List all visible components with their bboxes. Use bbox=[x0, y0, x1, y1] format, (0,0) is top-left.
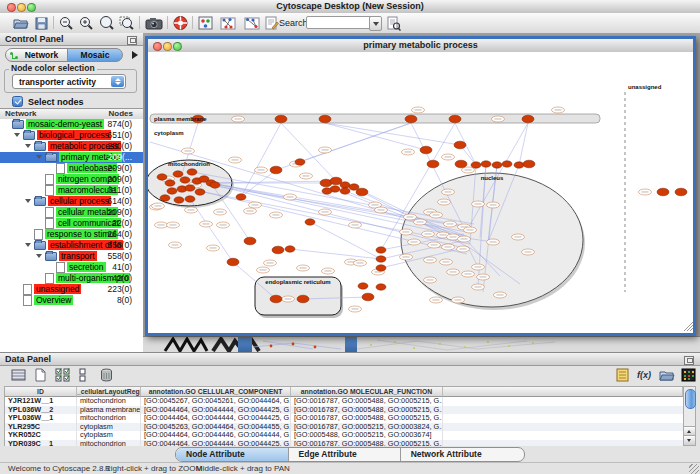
network-node[interactable] bbox=[272, 246, 284, 254]
network-window-titlebar[interactable]: primary metabolic process bbox=[148, 39, 693, 53]
tree-row[interactable]: cell communicat22(0) bbox=[0, 218, 143, 229]
network-node[interactable] bbox=[492, 162, 502, 168]
tree-row[interactable]: metabolic process280(0) bbox=[0, 141, 143, 152]
table-cell[interactable]: YPL036W__1 bbox=[5, 414, 77, 423]
snapshot-camera-icon[interactable] bbox=[144, 15, 164, 31]
network-node[interactable] bbox=[481, 161, 491, 167]
tab-node-attribute-browser[interactable]: Node Attribute Browser bbox=[176, 448, 289, 461]
network-node[interactable] bbox=[502, 161, 512, 167]
network-node[interactable] bbox=[376, 265, 386, 271]
network-node[interactable] bbox=[523, 160, 535, 168]
network-node[interactable] bbox=[449, 115, 461, 123]
scrollbar-thumb[interactable] bbox=[685, 389, 696, 409]
search-config-icon[interactable] bbox=[385, 15, 402, 31]
table-cell[interactable]: cytoplasm bbox=[77, 431, 141, 440]
network-node[interactable] bbox=[157, 174, 167, 180]
table-cell[interactable]: [GO:0044464, GO:0044444, GO:0044425, G..… bbox=[141, 414, 291, 423]
new-attribute-icon[interactable] bbox=[32, 367, 49, 383]
tab-overflow-arrow-icon[interactable] bbox=[132, 51, 138, 59]
network-node[interactable] bbox=[165, 180, 175, 186]
network-node[interactable] bbox=[160, 195, 170, 201]
network-node[interactable] bbox=[376, 256, 386, 262]
network-node[interactable] bbox=[270, 166, 282, 174]
float-data-panel-icon[interactable] bbox=[684, 356, 694, 365]
tree-column-nodes[interactable]: Nodes bbox=[109, 109, 133, 119]
tree-row[interactable]: primary metabo209(... bbox=[0, 152, 143, 163]
network-node[interactable] bbox=[356, 188, 368, 196]
annotation-icon[interactable] bbox=[263, 15, 280, 31]
table-cell[interactable]: plasma membrane bbox=[77, 406, 141, 415]
table-cell[interactable]: YLR295C bbox=[5, 423, 77, 432]
zoom-fit-selected-icon[interactable] bbox=[118, 15, 135, 31]
network-node[interactable] bbox=[297, 295, 309, 303]
zoom-in-icon[interactable] bbox=[78, 15, 95, 31]
network-node[interactable] bbox=[270, 295, 282, 303]
network-node[interactable] bbox=[362, 293, 374, 301]
function-builder-icon[interactable]: f(x) bbox=[637, 367, 654, 383]
table-cell[interactable]: [GO:0005488, GO:0005215, GO:0003674] bbox=[291, 431, 443, 440]
table-cell[interactable]: YPL036W__2 bbox=[5, 406, 77, 415]
table-cell[interactable]: [GO:0016787, GO:0005488, GO:0005215, G..… bbox=[291, 414, 443, 423]
table-cell[interactable]: [GO:0016787, GO:0005488, GO:0005215, G..… bbox=[291, 406, 443, 415]
tree-row[interactable]: nucleobase-209(0) bbox=[0, 163, 143, 174]
network-node[interactable] bbox=[305, 219, 315, 225]
network-node[interactable] bbox=[675, 188, 687, 196]
tab-mosaic[interactable]: Mosaic bbox=[67, 48, 123, 62]
table-cell[interactable]: YJR121W__1 bbox=[5, 397, 77, 406]
tree-row[interactable]: Overview8(0) bbox=[0, 295, 143, 306]
network-node[interactable] bbox=[167, 188, 177, 194]
network-node[interactable] bbox=[376, 247, 386, 253]
background-windows[interactable] bbox=[143, 336, 700, 352]
table-column-header[interactable]: _cellularLayoutRegion bbox=[77, 387, 141, 397]
table-column-header[interactable]: annotation.GO MOLECULAR_FUNCTION bbox=[291, 387, 443, 397]
network-node[interactable] bbox=[275, 115, 287, 123]
network-node[interactable] bbox=[376, 284, 386, 290]
network-node[interactable] bbox=[322, 188, 332, 194]
network-node[interactable] bbox=[195, 189, 205, 195]
table-cell[interactable]: [GO:0044464, GO:0044444, GO:0044425, G..… bbox=[141, 406, 291, 415]
network-node[interactable] bbox=[514, 162, 524, 168]
select-all-attributes-icon[interactable] bbox=[54, 367, 71, 383]
table-cell[interactable]: cytoplasm bbox=[77, 423, 141, 432]
network-node[interactable] bbox=[340, 188, 350, 194]
network-canvas[interactable]: plasma membranecytoplasmmitochondrionnuc… bbox=[148, 52, 693, 333]
table-column-header[interactable]: annotation.GO CELLULAR_COMPONENT bbox=[141, 387, 291, 397]
network-node[interactable] bbox=[174, 197, 184, 203]
network-node[interactable] bbox=[471, 162, 481, 168]
select-attributes-icon[interactable] bbox=[10, 367, 27, 383]
table-cell[interactable]: mitochondrion bbox=[77, 397, 141, 406]
search-input[interactable] bbox=[306, 16, 372, 29]
table-cell[interactable]: [GO:0016787, GO:0005488, GO:0005215, G..… bbox=[291, 397, 443, 406]
tab-edge-attribute-browser[interactable]: Edge Attribute Browser bbox=[289, 448, 401, 461]
layout-b-icon[interactable] bbox=[242, 15, 262, 31]
table-cell[interactable]: mitochondrion bbox=[77, 414, 141, 423]
expand-arrow-icon[interactable] bbox=[25, 196, 34, 207]
tab-network[interactable]: Network bbox=[5, 48, 68, 62]
tree-row[interactable]: biological_process651(0) bbox=[0, 130, 143, 141]
search-dropdown-button[interactable] bbox=[369, 16, 382, 31]
network-node[interactable] bbox=[295, 159, 305, 165]
attribute-list-icon[interactable] bbox=[614, 367, 631, 383]
table-cell[interactable]: [GO:0016787, GO:0005215, GO:0003824, G..… bbox=[291, 423, 443, 432]
network-node[interactable] bbox=[522, 115, 534, 123]
background-window-edge[interactable] bbox=[345, 337, 357, 352]
network-node[interactable] bbox=[210, 182, 220, 188]
network-node[interactable] bbox=[427, 160, 439, 168]
network-node[interactable] bbox=[405, 115, 417, 123]
vizmapper-icon[interactable] bbox=[197, 15, 214, 31]
table-cell[interactable]: YKR052C bbox=[5, 431, 77, 440]
network-node[interactable] bbox=[185, 185, 195, 191]
table-cell[interactable]: [GO:0045267, GO:0045261, GO:0044464, G..… bbox=[141, 397, 291, 406]
network-graph[interactable]: plasma membranecytoplasmmitochondrionnuc… bbox=[148, 52, 693, 333]
table-scrollbar[interactable] bbox=[683, 386, 696, 446]
table-column-header[interactable]: ID bbox=[5, 387, 77, 397]
network-node[interactable] bbox=[187, 169, 197, 175]
network-node[interactable] bbox=[173, 171, 183, 177]
expand-arrow-icon[interactable] bbox=[36, 152, 45, 163]
expand-arrow-icon[interactable] bbox=[25, 141, 34, 152]
tab-network-attribute-browser[interactable]: Network Attribute Browser bbox=[401, 448, 524, 461]
network-node[interactable] bbox=[227, 258, 239, 266]
open-session-icon[interactable] bbox=[12, 15, 29, 31]
network-node[interactable] bbox=[180, 177, 190, 183]
attribute-table[interactable]: ID_cellularLayoutRegionannotation.GO CEL… bbox=[4, 386, 684, 448]
